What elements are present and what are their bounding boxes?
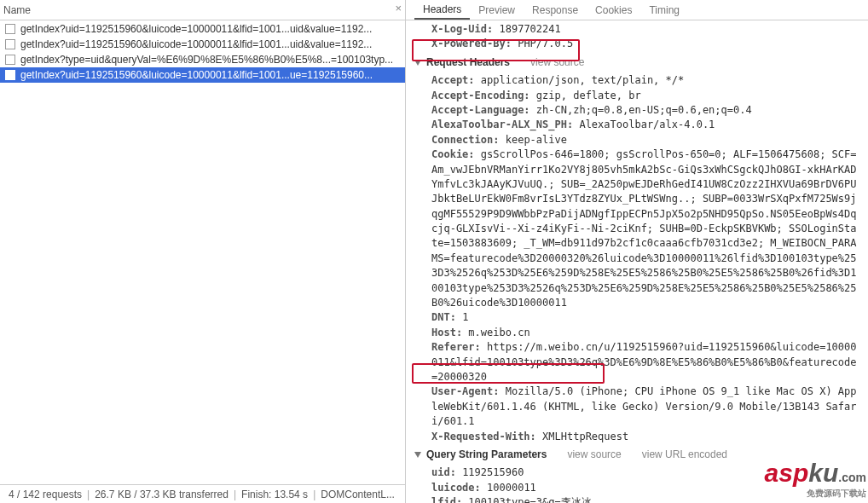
status-bar: 4 / 142 requests | 26.7 KB / 37.3 KB tra… — [0, 484, 405, 503]
headers-panel: X-Log-Uid: 1897702241 X-Powered-By: PHP/… — [406, 20, 868, 503]
chevron-down-icon — [414, 60, 421, 66]
request-list: getIndex?uid=1192515960&luicode=10000011… — [0, 20, 405, 484]
file-icon — [5, 39, 15, 49]
header-row: Referer: https://m.weibo.cn/u/1192515960… — [413, 340, 861, 384]
tabs: Headers Preview Response Cookies Timing — [406, 0, 868, 20]
header-row: User-Agent: Mozilla/5.0 (iPhone; CPU iPh… — [413, 384, 861, 429]
name-column-header: Name × — [0, 0, 405, 20]
status-domcontent: DOMContentL... — [315, 489, 400, 500]
view-source-link[interactable]: view source — [567, 448, 621, 462]
name-label: Name — [3, 4, 31, 16]
header-row: Cookie: gsScrollPos-646=1800; gsScrollPo… — [413, 147, 861, 310]
tab-timing[interactable]: Timing — [640, 0, 688, 20]
param-row: lfid: 100103type=3&q=李冰冰 — [413, 495, 861, 503]
param-row: luicode: 10000011 — [413, 481, 861, 495]
request-row[interactable]: getIndex?uid=1192515960&luicode=10000011… — [0, 37, 405, 52]
status-requests: 4 / 142 requests — [3, 489, 87, 500]
status-finish: Finish: 13.54 s — [236, 489, 313, 500]
header-row: Host: m.weibo.cn — [413, 326, 861, 340]
request-row[interactable]: getIndex?type=uid&queryVal=%E6%9D%8E%E5%… — [0, 52, 405, 67]
header-row: Accept-Language: zh-CN,zh;q=0.8,en-US;q=… — [413, 103, 861, 118]
status-transferred: 26.7 KB / 37.3 KB transferred — [90, 489, 234, 500]
view-url-encoded-link[interactable]: view URL encoded — [642, 448, 727, 462]
header-row: X-Log-Uid: 1897702241 — [413, 22, 861, 37]
file-icon — [5, 24, 15, 34]
request-name: getIndex?uid=1192515960&luicode=10000011… — [20, 23, 372, 35]
tab-cookies[interactable]: Cookies — [587, 0, 640, 20]
header-row: X-Powered-By: PHP/7.0.5 — [413, 37, 861, 51]
param-row: uid: 1192515960 — [413, 465, 861, 480]
request-name: getIndex?uid=1192515960&luicode=10000011… — [20, 38, 372, 50]
request-name: getIndex?uid=1192515960&luicode=10000011… — [20, 69, 373, 81]
header-row: DNT: 1 — [413, 310, 861, 325]
view-source-link[interactable]: view source — [530, 55, 584, 70]
query-string-section[interactable]: Query String Parameters view source view… — [413, 444, 861, 465]
close-icon[interactable]: × — [395, 2, 402, 14]
header-row: Accept: application/json, text/plain, */… — [413, 73, 861, 88]
header-row: Accept-Encoding: gzip, deflate, br — [413, 89, 861, 103]
header-row: X-Requested-With: XMLHttpRequest — [413, 430, 861, 444]
file-icon — [5, 55, 15, 65]
chevron-down-icon — [414, 452, 421, 458]
request-name: getIndex?type=uid&queryVal=%E6%9D%8E%E5%… — [20, 54, 393, 66]
tab-response[interactable]: Response — [524, 0, 587, 20]
header-row: Connection: keep-alive — [413, 133, 861, 147]
tab-headers[interactable]: Headers — [414, 0, 470, 20]
header-row: AlexaToolbar-ALX_NS_PH: AlexaToolbar/alx… — [413, 118, 861, 132]
request-headers-section[interactable]: Request Headers view source — [413, 52, 861, 73]
tab-preview[interactable]: Preview — [470, 0, 524, 20]
request-row[interactable]: getIndex?uid=1192515960&luicode=10000011… — [0, 21, 405, 37]
file-icon — [5, 70, 15, 80]
request-row-selected[interactable]: getIndex?uid=1192515960&luicode=10000011… — [0, 67, 405, 83]
